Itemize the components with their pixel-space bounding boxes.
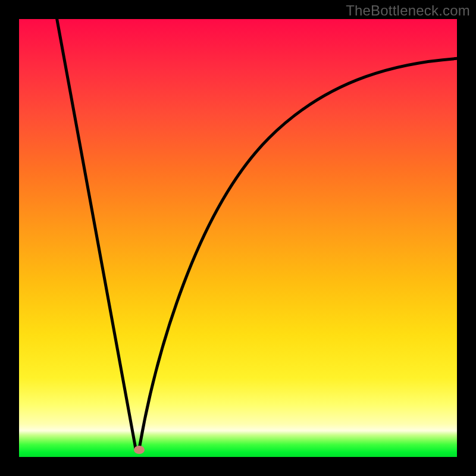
bottleneck-curve — [55, 19, 457, 451]
chart-frame: TheBottleneck.com — [0, 0, 476, 476]
attribution-text: TheBottleneck.com — [346, 2, 470, 19]
plot-svg — [19, 19, 457, 457]
plot-area — [19, 19, 457, 457]
optimal-point-marker — [134, 446, 145, 454]
